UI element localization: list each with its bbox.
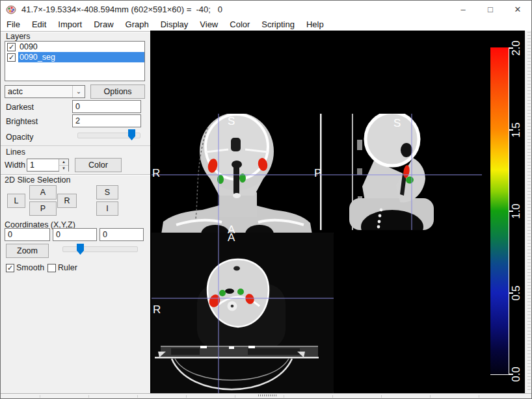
axial-right-label: R	[153, 303, 161, 316]
smooth-checkbox[interactable]: ✓	[6, 264, 14, 272]
chevron-down-icon[interactable]: ⌄	[72, 86, 85, 97]
layer-checkbox[interactable]: ✓	[7, 53, 16, 62]
menu-graph[interactable]: Graph	[120, 19, 155, 31]
sagittal-posterior-label: P	[314, 167, 321, 180]
line-width-value: 1	[27, 159, 59, 171]
colormap-value: actc	[5, 87, 72, 96]
slice-inferior-button[interactable]: I	[96, 201, 118, 216]
slider-ticks	[527, 32, 531, 392]
brightest-label: Brightest	[6, 117, 38, 126]
zoom-slider-thumb[interactable]	[77, 244, 84, 255]
slice-right-button[interactable]: R	[57, 194, 77, 208]
menu-color[interactable]: Color	[224, 19, 256, 31]
spin-down-icon[interactable]: ▼	[59, 166, 68, 172]
menu-display[interactable]: Display	[155, 19, 194, 31]
coordinate-z-input[interactable]	[100, 228, 144, 241]
ruler-label: Ruler	[58, 263, 77, 272]
zoom-slider-track[interactable]	[62, 246, 138, 252]
window-title: 41.7×-19.5334×-408.594mm (602×591×60) = …	[21, 5, 222, 14]
menu-scripting[interactable]: Scripting	[256, 19, 300, 31]
darkest-input[interactable]	[72, 100, 141, 113]
ruler-checkbox[interactable]	[47, 264, 56, 272]
layer-row-0090-seg[interactable]: ✓ 0090_seg	[5, 52, 144, 62]
brightest-input[interactable]	[72, 114, 141, 127]
zoom-button[interactable]: Zoom	[6, 244, 49, 258]
menu-bar: File Edit Import Draw Graph Display View…	[1, 19, 531, 31]
intensity-colorbar	[490, 47, 509, 375]
slice-superior-button[interactable]: S	[96, 185, 118, 200]
axial-anterior-label: A	[228, 231, 235, 244]
coronal-right-label: R	[152, 167, 160, 180]
menu-help[interactable]: Help	[300, 19, 330, 31]
darkest-label: Darkest	[6, 103, 34, 112]
slice-selection-header: 2D Slice Selection	[5, 175, 70, 185]
colorbar-label-2-0: 2.0	[509, 34, 524, 62]
menu-edit[interactable]: Edit	[26, 19, 52, 31]
coordinate-y-input[interactable]	[53, 228, 97, 241]
slice-left-button[interactable]: L	[7, 194, 25, 208]
line-color-button[interactable]: Color	[75, 158, 122, 172]
sagittal-superior-label: S	[393, 117, 401, 130]
opacity-label: Opacity	[6, 133, 33, 142]
colormap-dropdown[interactable]: actc ⌄	[5, 85, 85, 98]
layer-name[interactable]: 0090_seg	[18, 52, 144, 62]
coronal-superior-label: S	[228, 115, 235, 128]
menu-import[interactable]: Import	[52, 19, 88, 31]
smooth-label: Smooth	[16, 263, 44, 272]
opacity-slider-thumb[interactable]	[128, 129, 135, 140]
lines-header: Lines	[6, 148, 25, 157]
colorbar-label-1-5: 1.5	[509, 116, 524, 144]
slice-posterior-button[interactable]: P	[29, 201, 57, 216]
colorbar-label-0-5: 0.5	[509, 279, 524, 307]
maximize-button[interactable]: □	[477, 1, 504, 19]
layer-row-0090[interactable]: ✓ 0090	[5, 42, 144, 52]
menu-file[interactable]: File	[1, 19, 26, 31]
horizontal-slice-slider[interactable]	[1, 393, 532, 399]
title-bar[interactable]: 41.7×-19.5334×-408.594mm (602×591×60) = …	[1, 1, 531, 19]
menu-draw[interactable]: Draw	[88, 19, 119, 31]
section-separator	[1, 146, 150, 147]
image-canvas[interactable]: S R A S P A R 2.0 1.5 1.0 0.5 0.0	[150, 31, 525, 393]
slider-tick-cluster	[258, 394, 278, 396]
close-button[interactable]: ✕	[504, 1, 531, 19]
app-brain-icon	[6, 5, 16, 15]
slice-anterior-button[interactable]: A	[29, 185, 57, 200]
minimize-button[interactable]: –	[449, 1, 477, 19]
coordinate-x-input[interactable]	[5, 228, 50, 241]
colorbar-label-0-0: 0.0	[509, 360, 524, 389]
app-window: 41.7×-19.5334×-408.594mm (602×591×60) = …	[0, 0, 532, 399]
control-panel: Layers ✓ 0090 ✓ 0090_seg actc ⌄ Options …	[1, 31, 150, 393]
vertical-slice-slider[interactable]	[525, 31, 532, 393]
layers-list[interactable]: ✓ 0090 ✓ 0090_seg	[5, 41, 145, 81]
ct-slice-views	[150, 31, 525, 393]
spin-up-icon[interactable]: ▲	[59, 159, 68, 166]
layer-name[interactable]: 0090	[18, 42, 144, 52]
menu-view[interactable]: View	[194, 19, 224, 31]
width-label: Width	[5, 161, 25, 170]
layer-checkbox[interactable]: ✓	[7, 43, 16, 51]
sagittal-view[interactable]	[319, 112, 482, 244]
options-button[interactable]: Options	[90, 84, 145, 99]
layers-header: Layers	[6, 32, 31, 41]
colorbar-label-1-0: 1.0	[509, 197, 524, 225]
line-width-spinbox[interactable]: 1 ▲ ▼	[27, 159, 69, 172]
